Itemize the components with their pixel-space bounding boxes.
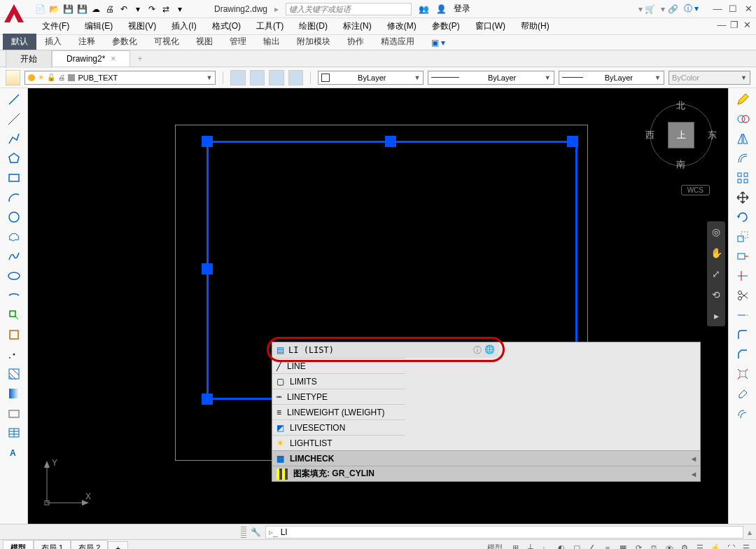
ribbon-tab-view[interactable]: 视图: [188, 34, 221, 50]
revcloud-tool-icon[interactable]: [6, 228, 22, 245]
ribbon-tab-manage[interactable]: 管理: [221, 34, 255, 50]
scale-tool-icon[interactable]: [734, 228, 751, 245]
circle-edit-icon[interactable]: [734, 111, 751, 127]
arc-tool-icon[interactable]: [6, 189, 22, 206]
drawing-canvas[interactable]: Y X 上 北 南 东 西 WCS ◎ ✋ ⤢ ⟲ ▸ ▤ LI (LIST): [28, 88, 728, 524]
web-icon[interactable]: ☁: [90, 3, 102, 15]
annotation-scale-icon[interactable]: ⚖: [647, 542, 661, 550]
doc-tab-start[interactable]: 开始: [6, 50, 52, 68]
viewcube-south[interactable]: 南: [676, 158, 685, 171]
polyline-tool-icon[interactable]: [6, 130, 22, 147]
layer-tool1-icon[interactable]: [230, 70, 245, 85]
hatch-tool-icon[interactable]: [6, 366, 22, 382]
color-dropdown[interactable]: ByLayer ▼: [318, 71, 424, 85]
layer-dropdown[interactable]: ☀ 🔓 🖨 PUB_TEXT ▼: [24, 71, 216, 85]
mdi-restore-button[interactable]: ❐: [729, 20, 739, 29]
menu-window[interactable]: 窗口(W): [468, 18, 512, 34]
mirror-tool-icon[interactable]: [734, 130, 751, 147]
mdi-minimize-button[interactable]: —: [717, 20, 727, 29]
lineweight-toggle-icon[interactable]: ≡: [601, 542, 615, 550]
isolate-icon[interactable]: ☰: [693, 542, 707, 550]
new-icon[interactable]: 📄: [34, 3, 46, 15]
showhide-icon[interactable]: ▸: [710, 310, 722, 322]
viewcube-east[interactable]: 东: [708, 129, 717, 141]
ribbon-tab-addins[interactable]: 附加模块: [288, 34, 339, 50]
close-icon[interactable]: ×: [111, 54, 115, 64]
autocomplete-selected-item[interactable]: ▤ LI (LIST) ⓘ 🌐: [272, 342, 499, 358]
region-tool-icon[interactable]: [6, 405, 22, 422]
move-tool-icon[interactable]: [734, 189, 751, 206]
polar-toggle-icon[interactable]: ◐: [554, 542, 568, 550]
circle-tool-icon[interactable]: [6, 209, 22, 225]
globe-icon[interactable]: 🌐: [484, 345, 495, 356]
autocomplete-hatch-grcylin[interactable]: 图案填充: GR_CYLIN ◂: [272, 466, 700, 481]
layout-tab-add[interactable]: +: [108, 541, 127, 550]
ellipse-arc-tool-icon[interactable]: [6, 287, 22, 304]
app-icon[interactable]: ▾ 🔗: [661, 4, 678, 14]
plot-icon[interactable]: 🖨: [104, 3, 116, 15]
signin-icon[interactable]: 👤: [436, 4, 447, 14]
search-icon[interactable]: 👥: [419, 4, 429, 14]
save-icon[interactable]: 💾: [62, 3, 74, 15]
scissors-icon[interactable]: [734, 287, 751, 304]
point-tool-icon[interactable]: [6, 346, 22, 363]
ribbon-tab-insert[interactable]: 插入: [36, 34, 70, 50]
transparency-toggle-icon[interactable]: ▦: [616, 542, 630, 550]
cycling-toggle-icon[interactable]: ⟳: [631, 542, 645, 550]
grip-handle[interactable]: [385, 136, 396, 147]
construction-line-icon[interactable]: [6, 111, 22, 127]
text-tool-icon[interactable]: A: [6, 444, 22, 461]
menu-file[interactable]: 文件(F): [35, 18, 76, 34]
ribbon-tab-visualize[interactable]: 可视化: [146, 34, 188, 50]
extend-tool-icon[interactable]: [734, 307, 751, 324]
rectangle-tool-icon[interactable]: [6, 169, 22, 186]
autocomplete-item-livesection[interactable]: ◩LIVESECTION: [272, 419, 405, 435]
menu-dimension[interactable]: 标注(N): [336, 18, 379, 34]
menu-tools[interactable]: 工具(T): [249, 18, 290, 34]
help-icon[interactable]: ⓘ: [473, 345, 482, 356]
layer-props-icon[interactable]: [6, 70, 20, 85]
table-tool-icon[interactable]: [6, 424, 22, 441]
viewcube-top[interactable]: 上: [668, 122, 694, 148]
layout-tab-1[interactable]: 布局 1: [34, 540, 71, 549]
viewcube-north[interactable]: 北: [676, 99, 685, 112]
share-icon[interactable]: ⇄: [160, 3, 172, 15]
zoom-extents-icon[interactable]: ⤢: [710, 267, 722, 280]
doc-tab-add-button[interactable]: ＋: [130, 50, 150, 67]
app-logo[interactable]: [1, 1, 27, 27]
viewcube-west[interactable]: 西: [645, 129, 654, 141]
customize-status-icon[interactable]: ☰: [739, 542, 753, 550]
doc-tab-active[interactable]: Drawing2* ×: [52, 50, 130, 67]
maximize-button[interactable]: ☐: [728, 4, 738, 14]
ribbon-tab-output[interactable]: 输出: [255, 34, 288, 50]
menu-help[interactable]: 帮助(H): [514, 18, 556, 34]
stretch-tool-icon[interactable]: [734, 248, 751, 265]
minimize-button[interactable]: —: [713, 4, 722, 14]
cmd-expand-icon[interactable]: ▴: [748, 527, 752, 537]
menu-parametric[interactable]: 参数(P): [425, 18, 467, 34]
model-space-button[interactable]: 模型: [483, 542, 507, 550]
ribbon-tab-express[interactable]: 精选应用: [372, 34, 423, 50]
command-input[interactable]: ▹_ LI: [265, 526, 743, 538]
otrack-toggle-icon[interactable]: ∠: [585, 542, 599, 550]
open-icon[interactable]: 📂: [48, 3, 60, 15]
layer-tool2-icon[interactable]: [250, 70, 265, 85]
snap-toggle-icon[interactable]: ┼: [524, 542, 538, 550]
ribbon-tab-more[interactable]: ▣ ▾: [423, 36, 454, 50]
annotation-visibility-icon[interactable]: 👁: [662, 542, 676, 550]
layer-tool3-icon[interactable]: [269, 70, 284, 85]
dropdown-icon[interactable]: ▾: [132, 3, 144, 15]
autocomplete-item-lightlist[interactable]: ☀LIGHTLIST: [272, 435, 405, 450]
grid-toggle-icon[interactable]: ⊞: [508, 542, 522, 550]
chamfer-tool-icon[interactable]: [734, 346, 751, 363]
exchange-icon[interactable]: ▾ 🛒: [638, 4, 655, 14]
insert-block-icon[interactable]: [6, 307, 22, 324]
grip-handle[interactable]: [202, 394, 213, 405]
saveas-icon[interactable]: 💾: [76, 3, 88, 15]
menu-view[interactable]: 视图(V): [121, 18, 163, 34]
viewcube[interactable]: 上 北 南 东 西: [643, 97, 720, 174]
drag-handle-icon[interactable]: [241, 527, 246, 538]
gradient-tool-icon[interactable]: [6, 385, 22, 402]
grip-handle[interactable]: [202, 263, 213, 274]
grip-handle[interactable]: [202, 136, 213, 147]
